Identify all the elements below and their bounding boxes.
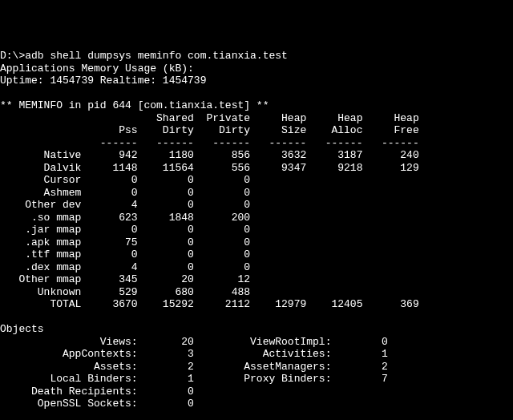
column-header-row1: Shared Private Heap Heap Heap (0, 112, 419, 124)
meminfo-title: ** MEMINFO in pid 644 [com.tianxia.test]… (0, 99, 269, 111)
header-line-2: Uptime: 1454739 Realtime: 1454739 (0, 75, 206, 87)
objects-title: Objects (0, 323, 44, 335)
objects-rows: Views: 20 ViewRootImpl: 0 AppContexts: 3… (0, 336, 388, 410)
meminfo-rows: Native 942 1180 856 3632 3187 240 Dalvik… (0, 149, 419, 310)
header-line-1: Applications Memory Usage (kB): (0, 63, 194, 75)
terminal-output: D:\>adb shell dumpsys meminfo com.tianxi… (0, 50, 513, 420)
column-dashes: ------ ------ ------ ------ ------ -----… (0, 137, 419, 149)
column-header-row2: Pss Dirty Dirty Size Alloc Free (0, 124, 419, 136)
command-prompt: D:\>adb shell dumpsys meminfo com.tianxi… (0, 50, 288, 62)
